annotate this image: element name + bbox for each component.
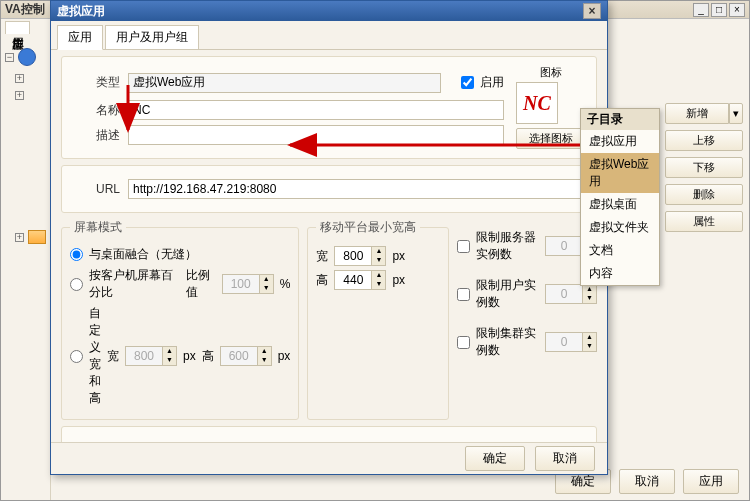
- options-panel: 启动时最大化 禁止会话共享 加密方式: [61, 426, 597, 442]
- minimize-button[interactable]: _: [693, 3, 709, 17]
- limit-cluster-label: 限制集群实例数: [476, 325, 539, 359]
- custom-radio[interactable]: [70, 350, 83, 363]
- limit-server-checkbox[interactable]: [457, 240, 470, 253]
- tab-app[interactable]: 应用: [57, 25, 103, 50]
- dialog-close-button[interactable]: ×: [583, 3, 601, 19]
- ratio-label: 比例值: [186, 267, 216, 301]
- cw-label: 宽: [107, 348, 119, 365]
- nc-logo-icon: NC: [523, 92, 551, 115]
- percent-unit: %: [280, 277, 291, 291]
- url-label: URL: [72, 182, 120, 196]
- custom-label: 自定义宽和高: [89, 305, 101, 407]
- delete-button[interactable]: 删除: [665, 184, 743, 205]
- mh-label: 高: [316, 272, 328, 289]
- limit-cluster-checkbox[interactable]: [457, 336, 470, 349]
- submenu-header: 子目录: [581, 109, 659, 130]
- tree-expand-icon[interactable]: −: [5, 53, 14, 62]
- basic-panel: 类型 启用 名称 描述 图标 NC 选择图标: [61, 56, 597, 159]
- limit-user-input: [546, 285, 582, 303]
- url-input[interactable]: [128, 179, 586, 199]
- mobile-group: 移动平台最小宽高 宽 ▲▼ px 高 ▲▼ px: [307, 219, 449, 420]
- seamless-radio[interactable]: [70, 248, 83, 261]
- submenu-item[interactable]: 虚拟桌面: [581, 193, 659, 216]
- right-button-panel: 新增 ▾ 上移 下移 删除 属性: [659, 19, 749, 500]
- dialog-titlebar: 虚拟应用 ×: [51, 1, 607, 21]
- submenu-item[interactable]: 文档: [581, 239, 659, 262]
- type-field: [128, 73, 441, 93]
- limit-cluster-input: [546, 333, 582, 351]
- mw-label: 宽: [316, 248, 328, 265]
- limit-user-label: 限制用户实例数: [476, 277, 539, 311]
- add-button[interactable]: 新增: [665, 103, 729, 124]
- enable-checkbox[interactable]: [461, 76, 474, 89]
- custom-height-input: [221, 347, 257, 365]
- enable-label: 启用: [480, 74, 504, 91]
- name-input[interactable]: [128, 100, 504, 120]
- px-unit: px: [392, 273, 405, 287]
- outer-cancel-button[interactable]: 取消: [619, 469, 675, 494]
- screen-mode-group: 屏幕模式 与桌面融合（无缝） 按客户机屏幕百分比 比例值 ▲▼ % 自定义宽和高…: [61, 219, 299, 420]
- dropdown-arrow-icon[interactable]: ▾: [729, 103, 743, 124]
- percent-label: 按客户机屏幕百分比: [89, 267, 180, 301]
- mobile-legend: 移动平台最小宽高: [316, 219, 420, 236]
- virtual-app-dialog: 虚拟应用 × 应用 用户及用户组 类型 启用 名称 描述: [50, 0, 608, 475]
- name-label: 名称: [72, 102, 120, 119]
- limit-user-checkbox[interactable]: [457, 288, 470, 301]
- seamless-label: 与桌面融合（无缝）: [89, 246, 197, 263]
- px-unit: px: [392, 249, 405, 263]
- limit-server-label: 限制服务器实例数: [476, 229, 539, 263]
- move-up-button[interactable]: 上移: [665, 130, 743, 151]
- px-unit: px: [183, 349, 196, 363]
- add-dropdown[interactable]: 新增 ▾: [665, 103, 743, 124]
- ch-label: 高: [202, 348, 214, 365]
- icon-preview: NC: [516, 82, 558, 124]
- sidebar-tab-cluster[interactable]: 应用集群: [5, 21, 30, 34]
- mobile-width-input[interactable]: [335, 247, 371, 265]
- move-down-button[interactable]: 下移: [665, 157, 743, 178]
- desc-label: 描述: [72, 127, 120, 144]
- px-unit: px: [278, 349, 291, 363]
- select-icon-button[interactable]: 选择图标: [516, 128, 586, 149]
- custom-width-input: [126, 347, 162, 365]
- tree-expand-icon[interactable]: +: [15, 74, 24, 83]
- submenu-item[interactable]: 虚拟应用: [581, 130, 659, 153]
- left-sidebar: 应用集群 − + + +: [1, 19, 51, 500]
- close-button[interactable]: ×: [729, 3, 745, 17]
- submenu: 子目录 虚拟应用 虚拟Web应用 虚拟桌面 虚拟文件夹 文档 内容: [580, 108, 660, 286]
- desc-input[interactable]: [128, 125, 504, 145]
- submenu-item-selected[interactable]: 虚拟Web应用: [581, 153, 659, 193]
- submenu-item[interactable]: 虚拟文件夹: [581, 216, 659, 239]
- limit-server-input: [546, 237, 582, 255]
- maximize-button[interactable]: □: [711, 3, 727, 17]
- icon-label: 图标: [516, 65, 586, 80]
- tab-users[interactable]: 用户及用户组: [105, 25, 199, 49]
- url-panel: URL: [61, 165, 597, 213]
- ratio-input: [223, 275, 259, 293]
- dialog-cancel-button[interactable]: 取消: [535, 446, 595, 471]
- screen-mode-legend: 屏幕模式: [70, 219, 126, 236]
- dialog-ok-button[interactable]: 确定: [465, 446, 525, 471]
- percent-radio[interactable]: [70, 278, 83, 291]
- property-button[interactable]: 属性: [665, 211, 743, 232]
- tree-expand-icon[interactable]: +: [15, 233, 24, 242]
- tree-node-icon: [18, 48, 36, 66]
- submenu-item[interactable]: 内容: [581, 262, 659, 285]
- tree-chart-icon: [28, 230, 46, 244]
- mobile-height-input[interactable]: [335, 271, 371, 289]
- type-label: 类型: [72, 74, 120, 91]
- outer-apply-button[interactable]: 应用: [683, 469, 739, 494]
- tree-expand-icon[interactable]: +: [15, 91, 24, 100]
- dialog-title: 虚拟应用: [57, 3, 583, 20]
